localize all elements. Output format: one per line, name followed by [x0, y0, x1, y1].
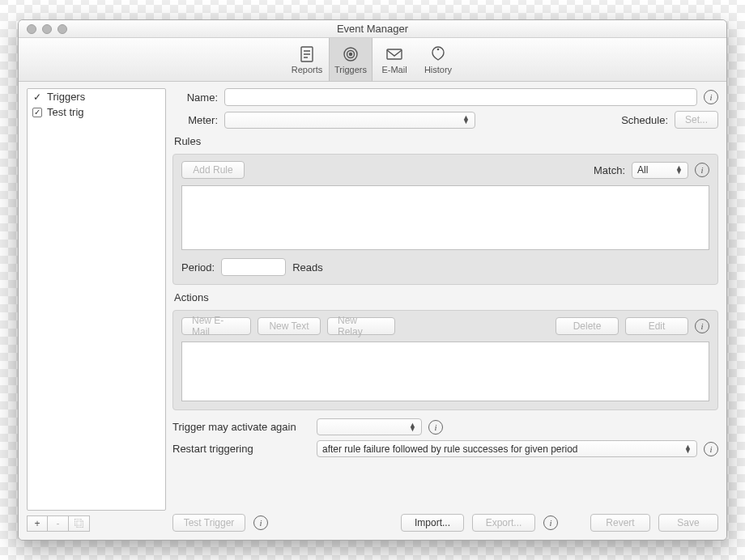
period-label: Period: [181, 261, 215, 274]
window-title: Event Manager [19, 23, 726, 35]
chevron-updown-icon: ▲▼ [684, 445, 692, 453]
actions-title: Actions [174, 291, 718, 303]
add-trigger-button[interactable]: + [27, 515, 48, 532]
toolbar-history[interactable]: History [416, 38, 460, 81]
new-email-button[interactable]: New E-Mail [181, 317, 251, 335]
info-icon[interactable]: i [695, 319, 709, 333]
svg-point-6 [350, 53, 352, 55]
save-button[interactable]: Save [658, 514, 718, 532]
toolbar-label: E-Mail [381, 65, 407, 74]
content-area: ✓ Triggers ✓ Test trig + - ⿻ Name: i [19, 82, 726, 540]
main-panel: Name: i Meter: ▲▼ Schedule: Set... Rules… [172, 88, 718, 532]
actions-list[interactable] [181, 342, 709, 401]
footer: Test Trigger i Import... Export... i Rev… [172, 514, 718, 532]
trigger-list[interactable]: ✓ Triggers ✓ Test trig [27, 88, 166, 511]
svg-point-8 [437, 48, 440, 50]
toolbar-reports[interactable]: Reports [285, 38, 329, 81]
svg-rect-7 [387, 49, 402, 59]
rules-group: Add Rule Match: All ▲▼ i Period: Reads [172, 154, 718, 285]
new-text-button[interactable]: New Text [258, 317, 321, 335]
event-manager-window: Event Manager Reports Triggers E-Mail Hi… [18, 19, 727, 541]
restart-value: after rule failure followed by rule succ… [322, 443, 578, 455]
remove-trigger-button[interactable]: - [48, 515, 69, 532]
info-icon[interactable]: i [704, 90, 718, 104]
email-icon [385, 45, 404, 63]
reactivate-label: Trigger may activate again [172, 421, 310, 433]
period-input[interactable] [221, 258, 286, 276]
new-relay-button[interactable]: New Relay [327, 317, 395, 335]
actions-group: New E-Mail New Text New Relay Delete Edi… [172, 310, 718, 410]
titlebar: Event Manager [19, 20, 726, 38]
info-icon[interactable]: i [428, 420, 443, 435]
list-item[interactable]: ✓ Triggers [28, 89, 165, 104]
period-suffix: Reads [292, 261, 323, 274]
check-icon: ✓ [32, 91, 42, 103]
sidebar: ✓ Triggers ✓ Test trig + - ⿻ [27, 88, 166, 532]
checkbox-icon[interactable]: ✓ [32, 108, 42, 117]
schedule-button[interactable]: Set... [675, 111, 718, 129]
list-item-label: Triggers [47, 91, 85, 103]
chevron-updown-icon: ▲▼ [675, 166, 683, 174]
chevron-updown-icon: ▲▼ [409, 423, 416, 431]
name-label: Name: [172, 91, 218, 104]
add-rule-button[interactable]: Add Rule [181, 161, 245, 179]
toolbar-triggers[interactable]: Triggers [329, 38, 372, 81]
reports-icon [297, 45, 317, 63]
name-input[interactable] [224, 88, 697, 106]
sidebar-buttons: + - ⿻ [27, 515, 166, 532]
meter-label: Meter: [172, 114, 218, 126]
duplicate-trigger-button[interactable]: ⿻ [69, 515, 90, 532]
edit-action-button[interactable]: Edit [625, 317, 688, 335]
delete-action-button[interactable]: Delete [556, 317, 619, 335]
revert-button[interactable]: Revert [590, 514, 650, 532]
chevron-updown-icon: ▲▼ [462, 116, 470, 124]
restart-label: Restart triggering [172, 443, 310, 455]
info-icon[interactable]: i [543, 515, 558, 530]
restart-select[interactable]: after rule failure followed by rule succ… [317, 440, 697, 457]
meter-select[interactable]: ▲▼ [224, 112, 475, 129]
import-button[interactable]: Import... [401, 514, 464, 532]
schedule-label: Schedule: [621, 114, 668, 126]
info-icon[interactable]: i [253, 515, 268, 530]
list-item-label: Test trig [47, 106, 84, 118]
match-label: Match: [594, 164, 625, 176]
rules-title: Rules [174, 135, 718, 147]
info-icon[interactable]: i [695, 163, 709, 177]
history-icon [428, 45, 448, 63]
triggers-icon [341, 45, 360, 63]
match-select[interactable]: All ▲▼ [632, 162, 688, 179]
toolbar-label: History [424, 65, 452, 74]
rules-list[interactable] [181, 185, 709, 250]
reactivate-select[interactable]: ▲▼ [317, 418, 422, 435]
match-value: All [637, 164, 648, 176]
export-button[interactable]: Export... [472, 514, 535, 532]
list-item[interactable]: ✓ Test trig [28, 104, 165, 120]
toolbar-email[interactable]: E-Mail [372, 38, 416, 81]
info-icon[interactable]: i [704, 442, 718, 456]
toolbar-label: Reports [292, 65, 323, 74]
test-trigger-button[interactable]: Test Trigger [172, 514, 245, 532]
toolbar-label: Triggers [334, 65, 367, 74]
toolbar: Reports Triggers E-Mail History [19, 38, 726, 82]
